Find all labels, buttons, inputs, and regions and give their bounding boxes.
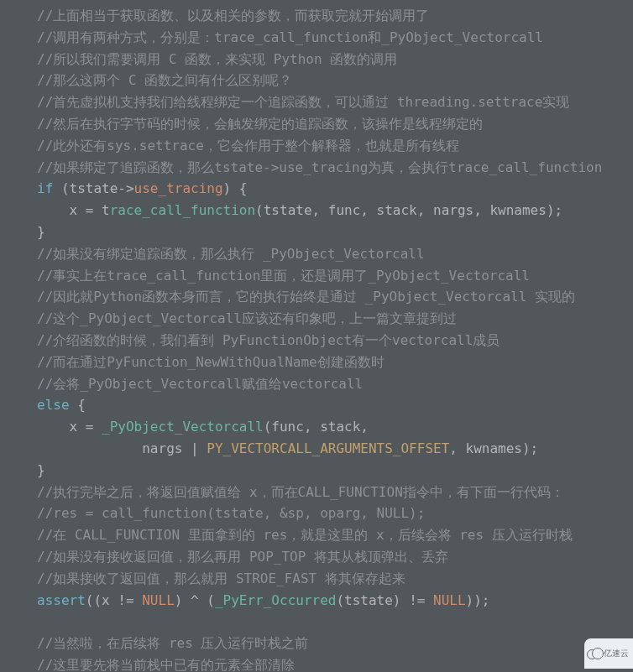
comment-line: //res = call_function(tstate, &sp, oparg… [37,505,425,521]
brace-close: } [37,224,45,240]
call-args: (func, stack, [264,419,369,435]
comment-line: //如果没有接收返回值，那么再用 POP_TOP 将其从栈顶弹出、丢弃 [37,549,448,565]
comment-line: //如果没有绑定追踪函数，那么执行 _PyObject_Vectorcall [37,246,425,262]
punct: { [70,397,86,413]
code-block: //上面相当于获取函数、以及相关的参数，而获取完就开始调用了 //调用有两种方式… [0,0,633,672]
code-line: x = trace_call_function(tstate, func, st… [37,202,562,218]
comment-line: //如果绑定了追踪函数，那么tstate->use_tracing为真，会执行t… [37,159,602,175]
comment-line: //当然啦，在后续将 res 压入运行时栈之前 [37,635,308,651]
comment-line: //如果接收了返回值，那么就用 STROE_FAST 将其保存起来 [37,570,405,586]
watermark-text: 亿速云 [604,648,629,659]
comment-line: //在 CALL_FUNCTION 里面拿到的 res，就是这里的 x，后续会将… [37,527,573,543]
code-line: assert((x != NULL) ^ (_PyErr_Occurred(ts… [37,592,489,608]
call-args: , kwnames); [449,440,538,456]
code-line: nargs | PY_VECTORCALL_ARGUMENTS_OFFSET, … [37,440,538,456]
punct: (tstate) != [336,592,433,608]
punct: )); [466,592,490,608]
brace-close: } [37,462,45,478]
keyword-else: else [37,397,70,413]
comment-line: //这里要先将当前栈中已有的元素全部清除 [37,657,295,672]
watermark-badge: 亿速云 [584,638,633,669]
function-name: race_call_function [110,202,255,218]
member: use_tracing [134,180,223,196]
constant-null: NULL [433,592,466,608]
assignment: x = [37,419,102,435]
comment-line: //那么这两个 C 函数之间有什么区别呢？ [37,72,292,88]
constant-null: NULL [142,592,175,608]
punct: ) { [223,180,248,196]
identifier: tstate [70,180,118,196]
comment-line: //而在通过PyFunction_NewWithQualName创建函数时 [37,354,385,370]
comment-line: //会将_PyObject_Vectorcall赋值给vectorcall [37,376,363,392]
assignment: x = t [37,202,110,218]
comment-line: //这个_PyObject_Vectorcall应该还有印象吧，上一篇文章提到过 [37,310,457,326]
comment-line: //因此就Python函数本身而言，它的执行始终是通过 _PyObject_Ve… [37,289,575,305]
function-name: _PyErr_Occurred [215,592,337,608]
comment-line: //所以我们需要调用 C 函数，来实现 Python 函数的调用 [37,51,397,67]
punct: -> [118,180,133,196]
keyword-if: if [37,180,53,196]
code-line: else { [37,397,86,413]
punct: ) ^ ( [175,592,215,608]
punct: ( [53,180,69,196]
comment-line: //事实上在trace_call_function里面，还是调用了_PyObje… [37,268,530,284]
comment-line: //调用有两种方式，分别是：trace_call_function和_PyObj… [37,29,543,45]
call-args: nargs | [37,440,207,456]
code-line: if (tstate->use_tracing) { [37,180,247,196]
comment-line: //执行完毕之后，将返回值赋值给 x，而在CALL_FUNCTION指令中，有下… [37,484,564,500]
macro: PY_VECTORCALL_ARGUMENTS_OFFSET [207,440,449,456]
comment-line: //然后在执行字节码的时候，会触发绑定的追踪函数，该操作是线程绑定的 [37,116,483,132]
call-args: (tstate, func, stack, nargs, kwnames); [255,202,562,218]
punct: ((x != [86,592,142,608]
cloud-icon [589,649,602,658]
comment-line: //此外还有sys.settrace，它会作用于整个解释器，也就是所有线程 [37,138,459,154]
comment-line: //介绍函数的时候，我们看到 PyFunctionObject有一个vector… [37,332,500,348]
keyword-assert: assert [37,592,86,608]
comment-line: //上面相当于获取函数、以及相关的参数，而获取完就开始调用了 [37,8,429,23]
code-line: x = _PyObject_Vectorcall(func, stack, [37,419,369,435]
comment-line: //首先虚拟机支持我们给线程绑定一个追踪函数，可以通过 threading.se… [37,94,569,110]
function-name: _PyObject_Vectorcall [102,419,264,435]
